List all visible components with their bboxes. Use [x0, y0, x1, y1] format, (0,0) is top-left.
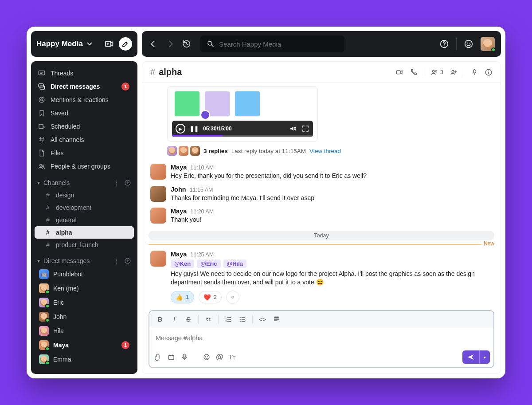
emoji-button[interactable]: [203, 353, 211, 361]
svg-point-22: [231, 296, 234, 299]
play-icon[interactable]: ▶: [176, 124, 185, 134]
user-avatar[interactable]: [481, 37, 495, 51]
dm-eric[interactable]: Eric: [31, 295, 137, 310]
msg-author[interactable]: Maya: [171, 208, 187, 215]
dms-section[interactable]: ▾ Direct messages ⋮: [31, 251, 137, 267]
mention-chip[interactable]: @Hila: [223, 260, 247, 268]
ol-button[interactable]: 123: [222, 314, 235, 325]
app-shell: Happy Media: [27, 27, 505, 378]
sidebar-item-saved[interactable]: Saved: [31, 106, 137, 120]
nav-back-button[interactable]: [148, 39, 158, 49]
channel-title[interactable]: #alpha: [150, 67, 182, 77]
msg-author[interactable]: Maya: [171, 164, 187, 171]
channels-section[interactable]: ▾ Channels ⋮: [31, 173, 137, 189]
msg-author[interactable]: John: [171, 186, 186, 193]
avatar: [39, 312, 49, 322]
msg-author[interactable]: Maya: [171, 251, 187, 258]
sidebar-item-threads[interactable]: Threads: [31, 67, 137, 80]
svg-point-1: [208, 41, 212, 45]
avatar[interactable]: [150, 164, 166, 180]
files-icon: [37, 149, 46, 157]
help-button[interactable]: [439, 39, 449, 49]
message-input[interactable]: [149, 328, 493, 348]
sidebar-item-people[interactable]: People & user groups: [31, 160, 137, 173]
sidebar-item-label: Scheduled: [51, 123, 80, 130]
svg-rect-9: [40, 86, 45, 90]
channel-development[interactable]: #development: [35, 201, 134, 214]
reaction[interactable]: 👍1: [171, 291, 194, 303]
mention-button[interactable]: @: [216, 353, 223, 362]
dm-john[interactable]: John: [31, 310, 137, 324]
add-member-button[interactable]: [450, 68, 458, 76]
more-icon[interactable]: ⋮: [113, 257, 120, 264]
view-thread-link[interactable]: View thread: [309, 148, 341, 154]
quote-button[interactable]: [202, 314, 215, 325]
dm-label: Eric: [53, 299, 64, 306]
search-input[interactable]: [219, 40, 338, 48]
avatar: 🤖: [39, 269, 49, 279]
sidebar-item-files[interactable]: Files: [31, 146, 137, 160]
video-call-button[interactable]: [395, 68, 403, 76]
fullscreen-icon[interactable]: [301, 125, 309, 133]
video-add-icon[interactable]: [105, 39, 114, 49]
nav-forward-button[interactable]: [166, 39, 176, 49]
channel-general[interactable]: #general: [35, 214, 134, 226]
svg-point-17: [432, 70, 434, 72]
avatar[interactable]: [150, 186, 166, 202]
avatar[interactable]: [150, 251, 166, 267]
codeblock-button[interactable]: [270, 314, 283, 325]
svg-rect-8: [39, 84, 43, 87]
avatar[interactable]: [150, 208, 166, 224]
pause-icon[interactable]: ❚❚: [190, 126, 199, 132]
svg-point-33: [204, 354, 209, 360]
clip-button[interactable]: [167, 353, 175, 361]
italic-button[interactable]: I: [168, 314, 180, 325]
ul-button[interactable]: [236, 314, 249, 325]
thread-last: Last reply today at 11:15AM: [231, 148, 306, 154]
message: Maya11:20 AM Thank you!: [142, 206, 501, 228]
bold-button[interactable]: B: [154, 314, 166, 325]
dm-ken[interactable]: Ken (me): [31, 281, 137, 295]
compose-button[interactable]: [119, 37, 132, 51]
volume-icon[interactable]: [289, 125, 297, 133]
mic-button[interactable]: [180, 353, 188, 361]
code-button[interactable]: <>: [256, 314, 269, 325]
pin-button[interactable]: [470, 68, 478, 76]
add-dm-button[interactable]: [124, 257, 131, 264]
dm-pumblebot[interactable]: 🤖Pumblebot: [31, 267, 137, 281]
thread-summary[interactable]: 3 replies Last reply today at 11:15AM Vi…: [167, 146, 501, 156]
more-icon[interactable]: ⋮: [113, 179, 120, 186]
workspace-switcher[interactable]: Happy Media: [31, 31, 137, 57]
send-button[interactable]: [462, 350, 479, 364]
channel-alpha[interactable]: #alpha: [35, 226, 134, 239]
sidebar-item-allchannels[interactable]: All channels: [31, 133, 137, 146]
search-box[interactable]: [200, 35, 344, 52]
msg-time: 11:10 AM: [190, 165, 214, 171]
message-list[interactable]: ▶ ❚❚ 05:30/15:00 3 repli: [142, 83, 501, 307]
dm-icon: [37, 83, 46, 90]
sidebar-item-scheduled[interactable]: Scheduled: [31, 120, 137, 133]
audio-call-button[interactable]: [410, 68, 418, 76]
history-button[interactable]: [182, 39, 192, 49]
sidebar-item-dms[interactable]: Direct messages 1: [31, 80, 137, 93]
dm-emma[interactable]: Emma: [31, 352, 137, 366]
emoji-status-button[interactable]: [464, 39, 473, 49]
add-reaction-button[interactable]: [226, 291, 239, 304]
strike-button[interactable]: S: [182, 314, 195, 325]
channel-product-launch[interactable]: #product_launch: [35, 239, 134, 251]
attach-button[interactable]: [154, 353, 162, 361]
add-channel-button[interactable]: [124, 179, 131, 186]
svg-point-21: [488, 71, 489, 71]
send-options-button[interactable]: ▾: [479, 350, 490, 364]
dm-maya[interactable]: Maya1: [31, 338, 137, 352]
dm-hila[interactable]: Hila: [31, 324, 137, 338]
text-format-button[interactable]: TT: [229, 354, 235, 361]
mention-chip[interactable]: @Eric: [197, 260, 220, 268]
reaction[interactable]: ❤️2: [199, 291, 222, 303]
members-button[interactable]: 3: [430, 68, 443, 76]
info-button[interactable]: [485, 68, 493, 76]
video-player[interactable]: ▶ ❚❚ 05:30/15:00: [172, 121, 313, 137]
channel-design[interactable]: #design: [35, 189, 134, 201]
sidebar-item-mentions[interactable]: Mentions & reactions: [31, 93, 137, 106]
mention-chip[interactable]: @Ken: [171, 260, 194, 268]
